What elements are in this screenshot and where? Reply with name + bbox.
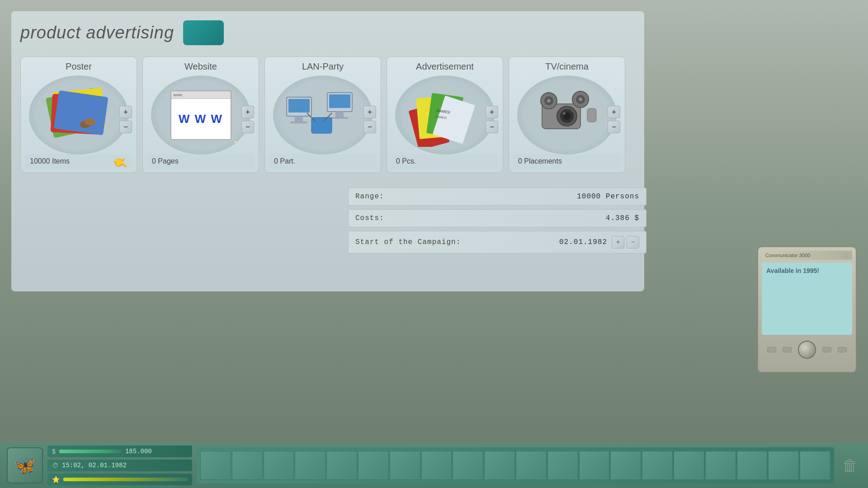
website-card-image: www W W W ↖ xyxy=(151,75,250,155)
lan-minus-button[interactable]: − xyxy=(363,121,376,133)
lan-quantity: 0 Part. xyxy=(269,155,376,168)
svg-rect-34 xyxy=(587,108,596,122)
svg-rect-13 xyxy=(331,117,348,119)
website-card-title: Website xyxy=(147,61,254,72)
tv-quantity: 0 Placements xyxy=(514,155,620,168)
svg-rect-14 xyxy=(311,117,332,133)
taskbar-cell xyxy=(200,451,231,480)
costs-label: Costs: xyxy=(355,214,606,222)
campaign-row: Start of the Campaign: 02.01.1982 + − xyxy=(348,231,646,253)
taskbar-info: $ 185.000 ⏱ 15:02, 02.01.1982 ⭐ xyxy=(47,446,192,485)
campaign-minus-button[interactable]: − xyxy=(627,236,639,249)
trash-button[interactable]: 🗑 xyxy=(839,452,861,479)
info-section: Range: 10000 Persons Costs: 4.386 $ Star… xyxy=(348,188,646,257)
comm-dial[interactable] xyxy=(798,341,816,359)
comm-btn-2[interactable] xyxy=(783,347,792,352)
taskbar-cell xyxy=(358,451,389,480)
poster-card-image: 👉 xyxy=(29,75,128,155)
taskbar-cell xyxy=(768,451,799,480)
taskbar: 🦋 $ 185.000 ⏱ 15:02, 02.01.1982 ⭐ xyxy=(0,443,868,488)
taskbar-cell xyxy=(232,451,263,480)
poster-plus-button[interactable]: + xyxy=(119,106,132,118)
taskbar-main-area xyxy=(197,447,834,483)
comm-btn-1[interactable] xyxy=(767,347,776,352)
taskbar-cell xyxy=(705,451,736,480)
advertisement-quantity: 0 Pcs. xyxy=(392,155,498,168)
ad-cards-container: Poster 👉 + − 10000 Items Website xyxy=(20,56,635,173)
campaign-value: 02.01.1982 xyxy=(559,238,607,246)
svg-rect-11 xyxy=(329,94,350,108)
taskbar-cell xyxy=(453,451,483,480)
header: product advertising xyxy=(20,20,635,45)
communicator-device: Communicator 3000 :::: Available in 1995… xyxy=(757,246,857,373)
comm-btn-3[interactable] xyxy=(822,347,831,352)
page-title: product advertising xyxy=(20,23,174,42)
butterfly-icon: 🦋 xyxy=(14,455,36,476)
tv-cinema-illustration xyxy=(526,84,608,147)
lan-controls: + − xyxy=(363,106,376,133)
advertisement-card[interactable]: Advertisement GAMES! GAMES! + − 0 Pcs. xyxy=(387,56,503,173)
money-icon: $ xyxy=(52,448,56,455)
taskbar-logo[interactable]: 🦋 xyxy=(7,447,43,483)
website-controls: + − xyxy=(241,106,254,133)
poster-minus-button[interactable]: − xyxy=(119,121,132,133)
money-bar xyxy=(59,450,122,453)
advertisement-card-title: Advertisement xyxy=(392,61,498,72)
money-value: 185.000 xyxy=(125,448,188,455)
advertisement-card-image: GAMES! GAMES! xyxy=(395,75,495,155)
communicator-controls xyxy=(762,338,852,361)
poster-card[interactable]: Poster 👉 + − 10000 Items xyxy=(20,56,137,173)
taskbar-cell xyxy=(326,451,357,480)
poster-controls: + − xyxy=(119,106,132,133)
tv-plus-button[interactable]: + xyxy=(608,106,620,118)
svg-rect-3 xyxy=(54,90,108,135)
website-card[interactable]: Website www W W W ↖ + − 0 Pages xyxy=(142,56,259,173)
teal-action-button[interactable] xyxy=(183,20,224,45)
tv-cinema-card-title: TV/cinema xyxy=(514,61,620,72)
range-value: 10000 Persons xyxy=(577,192,639,201)
taskbar-cell xyxy=(421,451,452,480)
advertisement-controls: + − xyxy=(486,106,498,133)
comm-btn-4[interactable] xyxy=(838,347,847,352)
taskbar-cell xyxy=(579,451,610,480)
communicator-screen: Available in 1995! xyxy=(762,263,852,335)
svg-rect-12 xyxy=(335,112,344,117)
campaign-label: Start of the Campaign: xyxy=(355,238,559,246)
xp-icon: ⭐ xyxy=(52,476,60,483)
lan-party-card-title: LAN-Party xyxy=(269,61,376,72)
tv-minus-button[interactable]: − xyxy=(608,121,620,133)
campaign-controls: + − xyxy=(612,236,639,249)
taskbar-cell xyxy=(547,451,578,480)
svg-point-27 xyxy=(563,112,566,115)
time-row: ⏱ 15:02, 02.01.1982 xyxy=(47,460,192,471)
campaign-plus-button[interactable]: + xyxy=(612,236,624,249)
advertisement-minus-button[interactable]: − xyxy=(486,121,498,133)
lan-party-card[interactable]: LAN-Party xyxy=(264,56,381,173)
taskbar-cell xyxy=(484,451,515,480)
lan-plus-button[interactable]: + xyxy=(363,106,376,118)
svg-point-30 xyxy=(547,99,551,103)
costs-value: 4.386 $ xyxy=(606,214,639,222)
website-plus-button[interactable]: + xyxy=(241,106,254,118)
time-icon: ⏱ xyxy=(52,462,58,469)
taskbar-cell xyxy=(516,451,547,480)
advertisement-plus-button[interactable]: + xyxy=(486,106,498,118)
lan-party-illustration xyxy=(282,84,363,147)
money-row: $ 185.000 xyxy=(47,446,192,457)
communicator-screen-text: Available in 1995! xyxy=(766,267,819,274)
poster-illustration xyxy=(42,84,115,147)
taskbar-cell xyxy=(737,451,768,480)
costs-row: Costs: 4.386 $ xyxy=(348,209,646,227)
tv-cinema-card[interactable]: TV/cinema xyxy=(509,56,625,173)
main-panel: product advertising Poster 👉 + − xyxy=(11,11,644,291)
www-text: W W W xyxy=(179,112,223,126)
taskbar-cell xyxy=(674,451,704,480)
svg-point-33 xyxy=(579,98,582,101)
tv-cinema-controls: + − xyxy=(608,106,620,133)
taskbar-cell xyxy=(610,451,641,480)
poster-card-title: Poster xyxy=(25,61,132,72)
taskbar-cell xyxy=(642,451,673,480)
website-minus-button[interactable]: − xyxy=(241,121,254,133)
communicator-dots: :::: xyxy=(842,253,849,258)
datetime-value: 15:02, 02.01.1982 xyxy=(62,462,188,469)
